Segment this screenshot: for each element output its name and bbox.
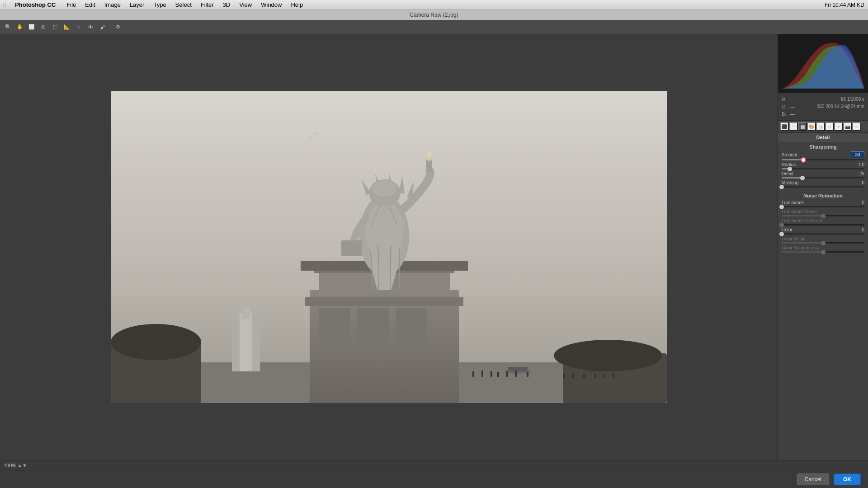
menu-filter[interactable]: Filter <box>197 0 217 9</box>
tab-presets[interactable]: ≡ <box>852 122 861 131</box>
g-label: G: <box>782 103 788 110</box>
color-sampler-tool[interactable]: ◎ <box>38 22 49 33</box>
tab-lens[interactable]: ⊙ <box>825 122 834 131</box>
open-preferences-tool[interactable]: ⚙ <box>113 22 123 33</box>
sharpening-header: Sharpening <box>778 142 868 150</box>
adjustment-brush-tool[interactable]: 🖌 <box>97 22 108 33</box>
color-slider-thumb[interactable] <box>779 232 784 236</box>
luminance-slider-thumb[interactable] <box>779 205 784 209</box>
luminance-label: Luminance <box>782 200 852 205</box>
menu-layer[interactable]: Layer <box>126 0 148 9</box>
tab-hsl[interactable]: 🎨 <box>807 122 816 131</box>
cancel-button[interactable]: Cancel <box>797 474 829 485</box>
svg-rect-37 <box>594 374 596 378</box>
zoom-up-btn[interactable]: ▲ <box>17 463 22 468</box>
tab-basic[interactable]: ⬛ <box>780 122 789 131</box>
masking-slider-container <box>778 186 868 188</box>
r-value: — <box>790 96 795 103</box>
masking-value: 0 <box>854 180 864 185</box>
svg-rect-36 <box>583 374 585 378</box>
color-smoothness-slider-fill <box>782 251 823 253</box>
svg-rect-24 <box>341 240 362 256</box>
menu-edit[interactable]: Edit <box>81 0 99 9</box>
svg-point-6 <box>554 340 662 371</box>
canvas-image <box>111 91 667 403</box>
amount-label: Amount <box>782 152 849 157</box>
ok-button[interactable]: OK <box>834 474 861 485</box>
histogram-chart <box>778 34 868 93</box>
detail-slider-fill <box>782 177 802 178</box>
menu-image[interactable]: Image <box>101 0 124 9</box>
color-slider-track[interactable] <box>782 233 864 235</box>
amount-value-input[interactable]: 33 <box>851 151 864 158</box>
menu-select[interactable]: Select <box>172 0 195 9</box>
svg-rect-28 <box>481 371 483 377</box>
menu-type[interactable]: Type <box>150 0 170 9</box>
zoom-tool[interactable]: 🔍 <box>3 22 14 33</box>
svg-rect-38 <box>604 374 605 378</box>
camera-lens: ISO 200 14-24@24 mm <box>816 103 864 110</box>
straighten-tool[interactable]: 📐 <box>61 22 72 33</box>
radius-slider-thumb[interactable] <box>788 167 792 171</box>
masking-slider-thumb[interactable] <box>779 185 784 189</box>
apple-menu[interactable]:  <box>4 1 6 9</box>
tab-camera-calibration[interactable]: 📷 <box>843 122 852 131</box>
luminance-row: Luminance 0 <box>778 199 868 206</box>
svg-rect-39 <box>613 373 614 378</box>
color-smoothness-slider-thumb <box>821 250 826 254</box>
masking-row: Masking 0 <box>778 179 868 186</box>
r-label: R: <box>782 96 788 103</box>
hand-tool[interactable]: ✋ <box>14 22 25 33</box>
radius-value: 1.0 <box>854 162 864 167</box>
redeye-tool[interactable]: 👁 <box>85 22 96 33</box>
spot-removal-tool[interactable]: ○ <box>73 22 84 33</box>
luminance-detail-slider-fill <box>782 215 823 216</box>
menu-file[interactable]: File <box>63 0 80 9</box>
luminance-value: 0 <box>854 200 864 205</box>
zoom-down-btn[interactable]: ▼ <box>22 463 27 468</box>
luminance-contrast-row: Luminance Contrast <box>778 217 868 224</box>
detail-slider-thumb[interactable] <box>800 176 805 180</box>
svg-point-23 <box>372 180 397 197</box>
color-detail-slider-thumb <box>821 241 826 245</box>
color-value: 0 <box>854 227 864 232</box>
luminance-contrast-slider-track <box>782 224 864 225</box>
masking-slider-track[interactable] <box>782 186 864 188</box>
tab-tone-curve[interactable]: 〜 <box>789 122 798 131</box>
radius-label: Radius <box>782 162 852 167</box>
luminance-slider-track[interactable] <box>782 206 864 207</box>
radius-slider-track[interactable] <box>782 168 864 169</box>
menu-view[interactable]: View <box>236 0 255 9</box>
svg-rect-27 <box>472 371 474 377</box>
amount-slider-thumb[interactable] <box>801 157 806 163</box>
detail-label: Detail <box>782 171 852 176</box>
svg-rect-32 <box>515 371 517 377</box>
menu-3d[interactable]: 3D <box>219 0 234 9</box>
amount-row: Amount 33 <box>778 150 868 159</box>
histogram-area <box>778 34 868 93</box>
crop-tool[interactable]: ⬚ <box>50 22 61 33</box>
svg-rect-26 <box>508 367 528 371</box>
detail-value: 25 <box>854 171 864 176</box>
tab-detail[interactable]: ▦ <box>798 122 807 131</box>
luminance-detail-slider-track <box>782 215 864 216</box>
color-info-panel: R: — G: — B: — f/8 1/1000 s ISO 200 14-2… <box>778 93 868 121</box>
svg-rect-35 <box>572 373 574 378</box>
bottom-buttons-bar: Cancel OK <box>0 470 868 488</box>
white-balance-tool[interactable]: ⬜ <box>26 22 37 33</box>
canvas-area[interactable] <box>0 34 778 460</box>
app-name[interactable]: Photoshop CC <box>11 0 59 9</box>
svg-rect-34 <box>563 374 565 378</box>
color-detail-slider-track <box>782 242 864 244</box>
tab-fx[interactable]: ✦ <box>834 122 843 131</box>
color-smoothness-slider-track <box>782 251 864 253</box>
svg-rect-13 <box>357 308 389 349</box>
menu-window[interactable]: Window <box>257 0 285 9</box>
detail-slider-track[interactable] <box>782 177 864 178</box>
tab-split-toning[interactable]: ◑ <box>816 122 825 131</box>
amount-slider-track[interactable] <box>782 159 864 160</box>
panel-icon-tabs: ⬛ 〜 ▦ 🎨 ◑ ⊙ ✦ 📷 ≡ <box>778 121 868 133</box>
menu-help[interactable]: Help <box>287 0 307 9</box>
color-detail-slider-fill <box>782 242 823 244</box>
color-detail-label: Color Detail <box>782 236 852 241</box>
